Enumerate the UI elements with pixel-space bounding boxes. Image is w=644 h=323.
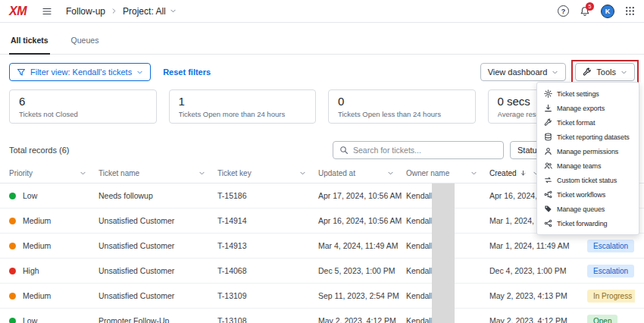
workflow-icon [544,190,552,199]
xm-logo: XM [9,5,27,18]
tools-button[interactable]: Tools [575,63,635,81]
priority-dot [9,293,16,299]
filter-view-label: Filter view: Kendall's tickets [30,67,132,77]
chevron-down-icon[interactable] [470,170,477,177]
created-cell: May 2, 2023, 4:13 PM [489,291,587,300]
column-ticket-name[interactable]: Ticket name [98,169,217,177]
menu-item-ticket-reporting-datasets[interactable]: Ticket reporting datasets [537,130,639,144]
column-priority[interactable]: Priority [9,169,98,177]
priority-dot [9,268,16,274]
column-owner-name[interactable]: Owner name [406,169,489,177]
column-label: Created [489,169,517,177]
person-icon [544,147,552,155]
menu-item-label: Ticket workflows [557,191,605,199]
ticket-key-cell: T-13109 [217,291,318,300]
chevron-down-icon [552,69,558,76]
table-row[interactable]: High Unsatisfied Customer T-14068 Dec 5,… [0,259,644,284]
tools-label: Tools [596,67,616,77]
column-label: Updated at [318,169,355,177]
sort-desc-icon [520,170,527,177]
chevron-down-icon[interactable] [80,170,86,177]
top-bar: XM Follow-up Project: All ? 5 K [0,0,644,23]
menu-item-ticket-forwarding[interactable]: Ticket forwarding [537,216,639,230]
notification-badge: 5 [586,2,594,11]
project-selector[interactable]: Project: All [123,6,177,17]
ticket-key-cell: T-15186 [217,191,318,200]
reset-filters-link[interactable]: Reset filters [163,67,211,77]
updated-at-cell: Dec 5, 2023, 1:00 PM [318,266,406,275]
apps-grid-icon[interactable] [625,6,635,16]
tools-menu: Ticket settings Manage exports Ticket fo… [536,82,639,235]
chevron-down-icon[interactable] [299,170,306,177]
help-icon[interactable]: ? [558,5,569,17]
column-label: Owner name [406,169,449,177]
priority-dot [9,218,16,224]
status-cell: In Progress [587,290,635,303]
column-label: Ticket key [217,169,252,177]
ticket-name-cell[interactable]: Unsatisfied Customer [98,266,217,275]
menu-item-ticket-settings[interactable]: Ticket settings [537,86,639,101]
table-row[interactable]: Medium Unsatisfied Customer T-13109 Sep … [0,284,644,309]
total-records-label: Total records (6) [9,146,69,155]
hamburger-menu-icon[interactable] [42,6,52,17]
updated-at-cell: Apr 17, 2024, 10:56 AM [318,191,406,200]
priority-label: High [23,266,39,275]
people-icon [544,162,552,170]
tab-bar: All tickets Queues [0,23,644,55]
menu-item-label: Ticket settings [557,90,599,98]
tab-queues[interactable]: Queues [70,36,101,54]
view-dashboard-button[interactable]: View dashboard [480,63,567,81]
menu-item-ticket-format[interactable]: Ticket format [537,115,639,130]
filter-view-button[interactable]: Filter view: Kendall's tickets [9,63,151,81]
tag-icon [544,205,552,213]
menu-item-manage-teams[interactable]: Manage teams [537,158,639,173]
project-label: Project: All [123,6,166,17]
status-badge: Escalation [587,265,634,278]
notifications-button[interactable]: 5 [580,6,590,17]
vertical-scrollbar[interactable] [432,183,455,323]
stat-value: 1 [179,95,307,108]
column-ticket-key[interactable]: Ticket key [217,169,318,177]
avatar[interactable]: K [601,5,614,18]
search-icon [339,146,349,155]
menu-item-label: Manage exports [557,105,605,112]
stat-value: 6 [19,95,147,108]
table-row[interactable]: Medium Unsatisfied Customer T-14913 Mar … [0,234,644,259]
created-cell: Dec 4, 2023, 1:00 PM [489,266,587,275]
ticket-search [333,141,504,159]
chevron-down-icon[interactable] [387,170,394,177]
created-cell: Mar 1, 2024, 11:49 AM [489,241,587,250]
status-badge: Open [587,315,617,323]
chevron-down-icon [621,69,627,76]
table-row[interactable]: Low Promoter Follow-Up T-13108 May 2, 20… [0,309,644,323]
ticket-name-cell[interactable]: Unsatisfied Customer [98,291,217,300]
ticket-name-cell[interactable]: Promoter Follow-Up [98,316,217,323]
updated-at-cell: Apr 16, 2024, 10:56 AM [318,216,406,225]
menu-item-manage-exports[interactable]: Manage exports [537,101,639,115]
ticket-name-cell[interactable]: Needs followup [98,191,217,200]
stat-value: 0 [338,95,466,108]
tab-all-tickets[interactable]: All tickets [9,36,50,54]
status-arrows-icon [544,176,552,184]
menu-item-manage-permissions[interactable]: Manage permissions [537,144,639,158]
ticket-key-cell: T-14068 [217,266,318,275]
menu-item-ticket-workflows[interactable]: Ticket workflows [537,187,639,202]
ticket-name-cell[interactable]: Unsatisfied Customer [98,241,217,250]
menu-item-custom-ticket-status[interactable]: Custom ticket status [537,173,639,187]
column-updated-at[interactable]: Updated at [318,169,406,177]
ticket-key-cell: T-14913 [217,241,318,250]
search-input[interactable] [353,146,497,155]
ticket-name-cell[interactable]: Unsatisfied Customer [98,216,217,225]
view-dashboard-label: View dashboard [488,67,548,77]
menu-item-manage-queues[interactable]: Manage queues [537,202,639,216]
priority-cell: High [9,266,98,275]
filter-icon [17,67,26,77]
chevron-down-icon[interactable] [199,170,205,177]
created-cell: May 2, 2023, 4:12 PM [489,316,587,323]
status-cell: Escalation [587,240,635,252]
wrench-icon [583,67,592,77]
menu-item-label: Ticket forwarding [557,220,608,227]
priority-cell: Medium [9,241,98,250]
menu-item-label: Custom ticket status [557,177,617,184]
chevron-right-icon [111,8,117,14]
